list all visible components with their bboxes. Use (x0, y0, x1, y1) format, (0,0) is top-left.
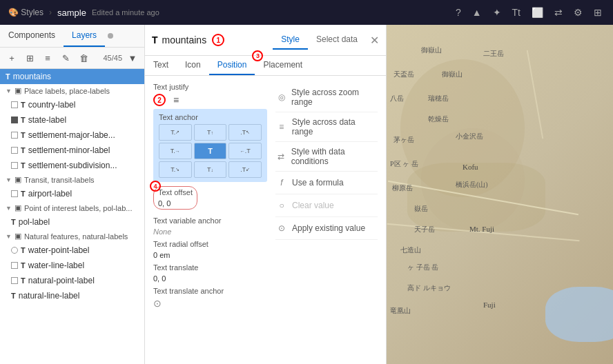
caret-icon: ▼ (6, 205, 12, 212)
text-offset-value: 0, 0 (158, 199, 193, 208)
map-label-七造山: 七造山 (400, 245, 421, 255)
anchor-bottom[interactable]: T↓ (194, 161, 227, 178)
layer-settlement-minor[interactable]: T settlement-minor-label (6, 143, 144, 158)
layer-place-labels-group[interactable]: ▼ ▣ Place labels, place-labels (0, 84, 144, 97)
tab-select-data[interactable]: Select data (308, 30, 366, 50)
clear-icon: ○ (275, 199, 288, 212)
sparkle-icon[interactable]: ✦ (493, 7, 501, 18)
tab-layers[interactable]: Layers (64, 25, 105, 47)
option-formula[interactable]: f Use a formula (275, 172, 378, 194)
help-icon[interactable]: ? (456, 7, 461, 18)
layer-type-icon: T (152, 34, 158, 46)
filter-btn[interactable]: ▼ (125, 50, 140, 65)
layer-settlement-major[interactable]: T settlement-major-labe... (6, 128, 144, 143)
map-label-橋浜岳: 橋浜岳(山) (456, 180, 488, 190)
subtab-icon[interactable]: Icon (177, 56, 209, 75)
mid-content: Text justify 2 ≡ Text anchor T.↗ (145, 76, 386, 364)
annotation-1: 1 (212, 34, 224, 46)
layer-country-label[interactable]: T country-label (6, 97, 144, 112)
close-button[interactable]: ✕ (370, 34, 379, 47)
subtab-position[interactable]: Position 3 (209, 56, 255, 75)
layer-state-label[interactable]: T state-label (6, 112, 144, 128)
topbar-edited: Edited a minute ago (92, 8, 159, 17)
text-justify-label: Text justify (153, 83, 267, 91)
compare-icon[interactable]: ⇄ (554, 7, 563, 18)
mid-panel: T mountains 1 Style Select data ✕ Text I… (145, 25, 387, 364)
t-icon: T (11, 292, 16, 300)
grid-view-btn[interactable]: ⊞ (22, 50, 37, 65)
layer-natural-group[interactable]: ▼ ▣ Natural features, natural-labels (0, 230, 144, 243)
tab-style[interactable]: Style (273, 30, 308, 50)
anchor-left[interactable]: T.→ (159, 143, 192, 159)
layer-water-line[interactable]: T water-line-label (6, 258, 144, 273)
text-radial-offset-value: 0 em (153, 251, 267, 259)
layer-label: airport-label (28, 189, 72, 199)
group-label: Transit, transit-labels (24, 176, 95, 184)
layer-icon-t: T (6, 72, 10, 81)
text-variable-anchor-value: None (153, 228, 267, 236)
layer-mountains[interactable]: T mountains (0, 69, 144, 84)
justify-left-icon[interactable]: ≡ (168, 94, 184, 106)
mid-title: mountains (162, 34, 207, 46)
anchor-bottom-right[interactable]: .T↙ (228, 161, 262, 178)
topbar-logo[interactable]: 🎨 Styles (8, 8, 43, 17)
apply-label: Apply existing value (292, 223, 365, 233)
anchor-right[interactable]: ←.T (228, 143, 262, 159)
delete-btn[interactable]: 🗑 (76, 50, 91, 65)
option-data-conditions[interactable]: ⇄ Style with data conditions (275, 142, 378, 172)
subtab-text[interactable]: Text (145, 56, 177, 75)
screen-icon[interactable]: ⬜ (532, 7, 543, 18)
anchor-top-right[interactable]: .T↖ (228, 124, 262, 141)
translate-anchor-icon[interactable]: ⊙ (153, 298, 162, 309)
left-tabs: Components Layers (0, 25, 144, 48)
subtab-placement[interactable]: Placement (255, 56, 311, 75)
map-label-Kofu: Kofu (463, 163, 478, 171)
left-panel: Components Layers + ⊞ ≡ ✎ 🗑 45/45 ▼ T mo… (0, 25, 145, 364)
option-apply[interactable]: ⊙ Apply existing value (275, 217, 378, 240)
text-size-icon[interactable]: Tt (512, 7, 520, 18)
add-layer-btn[interactable]: + (4, 50, 19, 65)
layer-label: settlement-subdivision... (28, 161, 117, 170)
text-anchor-label: Text anchor (159, 113, 262, 121)
map-label-御嶽山-1: 御嶽山 (421, 46, 442, 55)
settings-icon[interactable]: ⚙ (574, 7, 583, 18)
map-label-竜凰山: 竜凰山 (390, 306, 411, 316)
anchor-top[interactable]: T↑ (194, 124, 227, 141)
anchor-center[interactable]: T (194, 143, 227, 159)
square-icon (11, 162, 18, 169)
text-translate-anchor-row: ⊙ (153, 298, 267, 309)
tab-components[interactable]: Components (0, 25, 64, 47)
layer-label: state-label (28, 115, 66, 125)
layer-poi-group[interactable]: ▼ ▣ Point of interest labels, pol-lab... (0, 201, 144, 214)
layer-natural-point[interactable]: T natural-point-label (6, 273, 144, 288)
anchor-bottom-left[interactable]: T.↘ (159, 161, 192, 178)
layer-label: pol-label (19, 217, 50, 227)
group-label: Natural features, natural-labels (24, 232, 128, 241)
map-area[interactable]: 御嶽山 二王岳 天盃岳 御嶽山 八岳 瑞穂岳 乾燥岳 茅ヶ岳 小金沢岳 P区 ヶ… (387, 25, 613, 364)
left-col: Text justify 2 ≡ Text anchor T.↗ (153, 83, 267, 357)
t-icon: T (21, 261, 26, 270)
grid-icon[interactable]: ⊞ (594, 7, 602, 18)
justify-row: 2 ≡ (153, 94, 267, 106)
t-icon: T (21, 190, 26, 198)
warning-icon[interactable]: ▲ (472, 7, 482, 18)
layer-settlement-sub[interactable]: T settlement-subdivision... (6, 158, 144, 173)
layer-airport-label[interactable]: T airport-label (6, 186, 144, 201)
group-label: Point of interest labels, pol-lab... (24, 204, 133, 212)
layer-transit-group[interactable]: ▼ ▣ Transit, transit-labels (0, 173, 144, 186)
layer-water-point[interactable]: T water-point-label (6, 243, 144, 258)
caret-icon: ▼ (6, 233, 12, 240)
edit-btn[interactable]: ✎ (58, 50, 73, 65)
layer-natural-line[interactable]: T natural-line-label (6, 288, 144, 303)
layers-dot (108, 33, 113, 39)
map-label-P区: P区 ヶ 岳 (390, 159, 418, 169)
option-zoom-range[interactable]: ◎ Style across zoom range (275, 83, 378, 112)
formula-icon: f (275, 176, 288, 189)
option-data-range[interactable]: ≡ Style across data range (275, 112, 378, 142)
layer-pol-label[interactable]: T pol-label (6, 214, 144, 230)
text-anchor-section: Text anchor T.↗ T↑ .T↖ (153, 109, 267, 182)
list-view-btn[interactable]: ≡ (40, 50, 55, 65)
anchor-top-left[interactable]: T.↗ (159, 124, 192, 141)
water-body (545, 287, 613, 342)
text-offset-label: Text offset (158, 188, 193, 196)
